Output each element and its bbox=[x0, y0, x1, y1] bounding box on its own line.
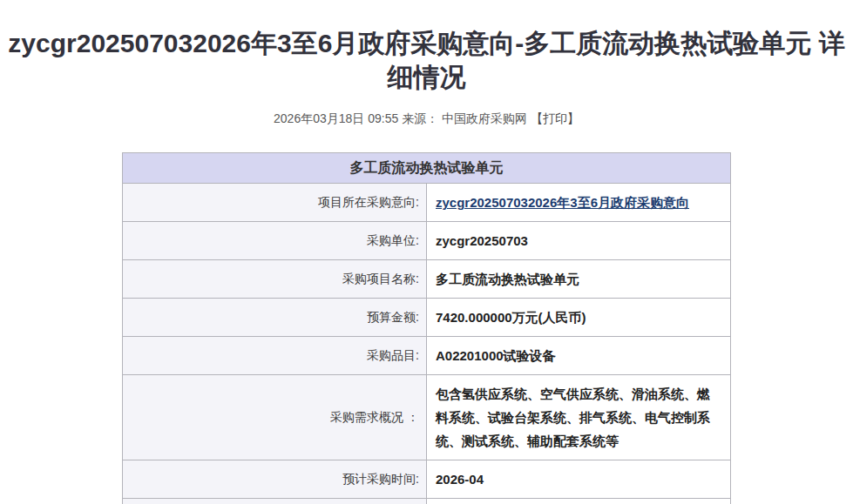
table-row: 采购单位: zycgr20250703 bbox=[123, 222, 731, 260]
source-name: 中国政府采购网 bbox=[442, 111, 527, 125]
table-row: 项目所在采购意向: zycgr202507032026年3至6月政府采购意向 bbox=[123, 184, 731, 222]
row-label-remarks: 备注: bbox=[123, 499, 427, 504]
table-row: 采购需求概况 ： 包含氢供应系统、空气供应系统、滑油系统、燃料系统、试验台架系统… bbox=[123, 375, 731, 460]
row-label-intention: 项目所在采购意向: bbox=[123, 184, 427, 222]
row-value-project-name: 多工质流动换热试验单元 bbox=[427, 260, 731, 299]
intention-link[interactable]: zycgr202507032026年3至6月政府采购意向 bbox=[436, 195, 689, 210]
publish-datetime: 2026年03月18日 09:55 bbox=[274, 111, 398, 125]
detail-page: zycgr202507032026年3至6月政府采购意向-多工质流动换热试验单元… bbox=[0, 0, 853, 504]
table-row: 采购项目名称: 多工质流动换热试验单元 bbox=[123, 260, 731, 299]
row-label-purchaser: 采购单位: bbox=[123, 222, 427, 260]
row-value-requirements: 包含氢供应系统、空气供应系统、滑油系统、燃料系统、试验台架系统、排气系统、电气控… bbox=[427, 375, 731, 460]
project-name-header: 多工质流动换热试验单元 bbox=[123, 153, 731, 184]
row-value-intention: zycgr202507032026年3至6月政府采购意向 bbox=[427, 184, 731, 222]
meta-line: 2026年03月18日 09:55 来源： 中国政府采购网 【打印】 bbox=[0, 111, 853, 127]
table-row: 备注: bbox=[123, 499, 731, 504]
source-label: 来源： bbox=[402, 111, 438, 125]
row-label-budget: 预算金额: bbox=[123, 299, 427, 337]
row-value-remarks bbox=[427, 499, 731, 504]
row-value-purchaser: zycgr20250703 bbox=[427, 222, 731, 260]
page-title: zycgr202507032026年3至6月政府采购意向-多工质流动换热试验单元… bbox=[0, 26, 853, 94]
row-label-requirements: 采购需求概况 ： bbox=[123, 375, 427, 460]
row-label-expected-time: 预计采购时间: bbox=[123, 460, 427, 499]
row-label-project-name: 采购项目名称: bbox=[123, 260, 427, 299]
table-row: 预计采购时间: 2026-04 bbox=[123, 460, 731, 499]
print-button[interactable]: 【打印】 bbox=[531, 111, 579, 125]
table-row: 采购品目: A02201000试验设备 bbox=[123, 337, 731, 375]
table-row: 预算金额: 7420.000000万元(人民币) bbox=[123, 299, 731, 337]
table-header-row: 多工质流动换热试验单元 bbox=[123, 153, 731, 184]
row-value-budget: 7420.000000万元(人民币) bbox=[427, 299, 731, 337]
procurement-detail-table: 多工质流动换热试验单元 项目所在采购意向: zycgr202507032026年… bbox=[122, 152, 731, 504]
row-value-category: A02201000试验设备 bbox=[427, 337, 731, 375]
row-label-category: 采购品目: bbox=[123, 337, 427, 375]
row-value-expected-time: 2026-04 bbox=[427, 460, 731, 499]
